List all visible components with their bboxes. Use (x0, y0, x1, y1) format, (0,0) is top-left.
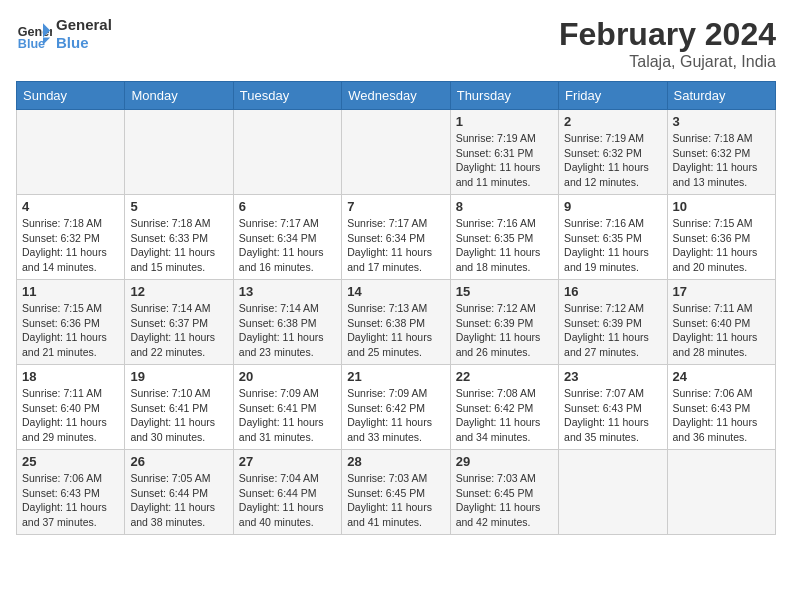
day-info: Sunrise: 7:09 AM Sunset: 6:42 PM Dayligh… (347, 386, 444, 445)
calendar-week-row: 4Sunrise: 7:18 AM Sunset: 6:32 PM Daylig… (17, 195, 776, 280)
calendar-cell (559, 450, 667, 535)
day-info: Sunrise: 7:14 AM Sunset: 6:38 PM Dayligh… (239, 301, 336, 360)
calendar-cell: 16Sunrise: 7:12 AM Sunset: 6:39 PM Dayli… (559, 280, 667, 365)
calendar-cell (667, 450, 775, 535)
calendar-cell: 2Sunrise: 7:19 AM Sunset: 6:32 PM Daylig… (559, 110, 667, 195)
calendar-cell: 13Sunrise: 7:14 AM Sunset: 6:38 PM Dayli… (233, 280, 341, 365)
calendar-week-row: 1Sunrise: 7:19 AM Sunset: 6:31 PM Daylig… (17, 110, 776, 195)
day-number: 9 (564, 199, 661, 214)
day-info: Sunrise: 7:04 AM Sunset: 6:44 PM Dayligh… (239, 471, 336, 530)
calendar-cell: 14Sunrise: 7:13 AM Sunset: 6:38 PM Dayli… (342, 280, 450, 365)
day-number: 20 (239, 369, 336, 384)
day-info: Sunrise: 7:10 AM Sunset: 6:41 PM Dayligh… (130, 386, 227, 445)
logo-general: General (56, 16, 112, 34)
day-number: 6 (239, 199, 336, 214)
day-info: Sunrise: 7:19 AM Sunset: 6:32 PM Dayligh… (564, 131, 661, 190)
day-info: Sunrise: 7:06 AM Sunset: 6:43 PM Dayligh… (22, 471, 119, 530)
day-number: 5 (130, 199, 227, 214)
day-number: 16 (564, 284, 661, 299)
calendar-cell: 11Sunrise: 7:15 AM Sunset: 6:36 PM Dayli… (17, 280, 125, 365)
calendar-cell: 25Sunrise: 7:06 AM Sunset: 6:43 PM Dayli… (17, 450, 125, 535)
day-info: Sunrise: 7:15 AM Sunset: 6:36 PM Dayligh… (673, 216, 770, 275)
title-block: February 2024 Talaja, Gujarat, India (559, 16, 776, 71)
calendar-cell: 8Sunrise: 7:16 AM Sunset: 6:35 PM Daylig… (450, 195, 558, 280)
day-info: Sunrise: 7:08 AM Sunset: 6:42 PM Dayligh… (456, 386, 553, 445)
day-of-week-header: Monday (125, 82, 233, 110)
day-info: Sunrise: 7:16 AM Sunset: 6:35 PM Dayligh… (456, 216, 553, 275)
calendar-cell: 12Sunrise: 7:14 AM Sunset: 6:37 PM Dayli… (125, 280, 233, 365)
day-number: 13 (239, 284, 336, 299)
day-number: 25 (22, 454, 119, 469)
calendar-week-row: 18Sunrise: 7:11 AM Sunset: 6:40 PM Dayli… (17, 365, 776, 450)
day-info: Sunrise: 7:11 AM Sunset: 6:40 PM Dayligh… (22, 386, 119, 445)
day-number: 10 (673, 199, 770, 214)
calendar-cell: 28Sunrise: 7:03 AM Sunset: 6:45 PM Dayli… (342, 450, 450, 535)
location: Talaja, Gujarat, India (559, 53, 776, 71)
day-number: 3 (673, 114, 770, 129)
page-header: General Blue General Blue February 2024 … (16, 16, 776, 71)
calendar-cell: 15Sunrise: 7:12 AM Sunset: 6:39 PM Dayli… (450, 280, 558, 365)
calendar-cell: 19Sunrise: 7:10 AM Sunset: 6:41 PM Dayli… (125, 365, 233, 450)
calendar-cell (125, 110, 233, 195)
day-number: 11 (22, 284, 119, 299)
day-number: 2 (564, 114, 661, 129)
day-info: Sunrise: 7:12 AM Sunset: 6:39 PM Dayligh… (564, 301, 661, 360)
logo: General Blue General Blue (16, 16, 112, 52)
day-number: 24 (673, 369, 770, 384)
day-number: 29 (456, 454, 553, 469)
day-of-week-header: Sunday (17, 82, 125, 110)
day-of-week-header: Tuesday (233, 82, 341, 110)
day-info: Sunrise: 7:11 AM Sunset: 6:40 PM Dayligh… (673, 301, 770, 360)
calendar-cell: 5Sunrise: 7:18 AM Sunset: 6:33 PM Daylig… (125, 195, 233, 280)
day-of-week-header: Friday (559, 82, 667, 110)
calendar-cell: 27Sunrise: 7:04 AM Sunset: 6:44 PM Dayli… (233, 450, 341, 535)
calendar-cell: 10Sunrise: 7:15 AM Sunset: 6:36 PM Dayli… (667, 195, 775, 280)
day-info: Sunrise: 7:14 AM Sunset: 6:37 PM Dayligh… (130, 301, 227, 360)
day-info: Sunrise: 7:03 AM Sunset: 6:45 PM Dayligh… (347, 471, 444, 530)
day-of-week-header: Thursday (450, 82, 558, 110)
day-number: 7 (347, 199, 444, 214)
day-info: Sunrise: 7:17 AM Sunset: 6:34 PM Dayligh… (239, 216, 336, 275)
day-info: Sunrise: 7:19 AM Sunset: 6:31 PM Dayligh… (456, 131, 553, 190)
calendar-cell: 9Sunrise: 7:16 AM Sunset: 6:35 PM Daylig… (559, 195, 667, 280)
calendar-week-row: 25Sunrise: 7:06 AM Sunset: 6:43 PM Dayli… (17, 450, 776, 535)
day-info: Sunrise: 7:05 AM Sunset: 6:44 PM Dayligh… (130, 471, 227, 530)
calendar-header-row: SundayMondayTuesdayWednesdayThursdayFrid… (17, 82, 776, 110)
calendar-cell (342, 110, 450, 195)
day-number: 27 (239, 454, 336, 469)
day-of-week-header: Saturday (667, 82, 775, 110)
day-info: Sunrise: 7:18 AM Sunset: 6:32 PM Dayligh… (22, 216, 119, 275)
calendar-cell: 6Sunrise: 7:17 AM Sunset: 6:34 PM Daylig… (233, 195, 341, 280)
calendar-cell: 3Sunrise: 7:18 AM Sunset: 6:32 PM Daylig… (667, 110, 775, 195)
day-number: 22 (456, 369, 553, 384)
day-number: 17 (673, 284, 770, 299)
calendar-cell (233, 110, 341, 195)
calendar-cell: 4Sunrise: 7:18 AM Sunset: 6:32 PM Daylig… (17, 195, 125, 280)
calendar-cell: 26Sunrise: 7:05 AM Sunset: 6:44 PM Dayli… (125, 450, 233, 535)
day-number: 12 (130, 284, 227, 299)
day-info: Sunrise: 7:12 AM Sunset: 6:39 PM Dayligh… (456, 301, 553, 360)
day-info: Sunrise: 7:18 AM Sunset: 6:33 PM Dayligh… (130, 216, 227, 275)
day-info: Sunrise: 7:06 AM Sunset: 6:43 PM Dayligh… (673, 386, 770, 445)
calendar-cell: 17Sunrise: 7:11 AM Sunset: 6:40 PM Dayli… (667, 280, 775, 365)
svg-text:Blue: Blue (18, 37, 45, 51)
logo-blue: Blue (56, 34, 112, 52)
calendar-cell: 1Sunrise: 7:19 AM Sunset: 6:31 PM Daylig… (450, 110, 558, 195)
day-number: 21 (347, 369, 444, 384)
day-number: 26 (130, 454, 227, 469)
calendar-cell: 20Sunrise: 7:09 AM Sunset: 6:41 PM Dayli… (233, 365, 341, 450)
day-info: Sunrise: 7:09 AM Sunset: 6:41 PM Dayligh… (239, 386, 336, 445)
day-number: 19 (130, 369, 227, 384)
calendar-cell: 21Sunrise: 7:09 AM Sunset: 6:42 PM Dayli… (342, 365, 450, 450)
calendar-cell: 24Sunrise: 7:06 AM Sunset: 6:43 PM Dayli… (667, 365, 775, 450)
day-info: Sunrise: 7:15 AM Sunset: 6:36 PM Dayligh… (22, 301, 119, 360)
day-info: Sunrise: 7:07 AM Sunset: 6:43 PM Dayligh… (564, 386, 661, 445)
day-info: Sunrise: 7:13 AM Sunset: 6:38 PM Dayligh… (347, 301, 444, 360)
day-number: 18 (22, 369, 119, 384)
month-year: February 2024 (559, 16, 776, 53)
day-number: 8 (456, 199, 553, 214)
day-number: 23 (564, 369, 661, 384)
calendar-cell: 18Sunrise: 7:11 AM Sunset: 6:40 PM Dayli… (17, 365, 125, 450)
day-number: 28 (347, 454, 444, 469)
calendar-cell (17, 110, 125, 195)
